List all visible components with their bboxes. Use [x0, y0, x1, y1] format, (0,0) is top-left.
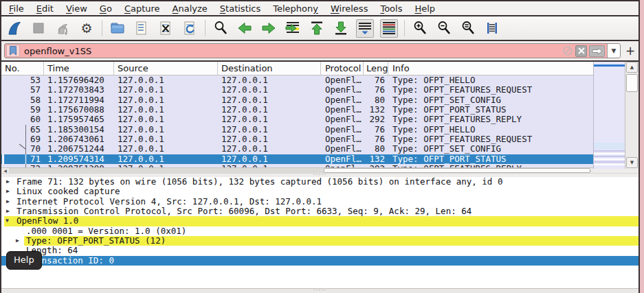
save-file-button[interactable]: [133, 19, 151, 38]
collapsed-arrow-icon[interactable]: ▶: [6, 197, 10, 207]
collapsed-arrow-icon[interactable]: ▶: [6, 207, 10, 216]
minimap-stripe: [594, 143, 625, 149]
detail-row-transaction-id[interactable]: Transaction ID: 0: [1, 256, 639, 266]
auto-scroll-toggle[interactable]: [356, 19, 374, 38]
detail-row-linux-cooked[interactable]: ▶Linux cooked capture: [1, 187, 639, 196]
background-window-strip: [640, 0, 644, 293]
window-border: [0, 0, 1, 293]
filter-toolbar: openflow_v1SS ▼ +: [1, 41, 639, 60]
packet-row[interactable]: 651.185300154127.0.0.1127.0.0.1OpenFl…76…: [1, 125, 593, 134]
column-header-destination[interactable]: Destination: [218, 62, 321, 75]
packet-row[interactable]: 701.206751244127.0.0.1127.0.0.1OpenFl…80…: [1, 144, 593, 154]
menu-bar: File Edit View Go Capture Analyze Statis…: [1, 1, 639, 15]
wireshark-window: File Edit View Go Capture Analyze Statis…: [0, 0, 640, 293]
minimap-stripe: [594, 156, 625, 157]
go-first-button[interactable]: [308, 19, 326, 38]
colorize-toggle[interactable]: [380, 19, 398, 38]
arrow-bottom-icon: [333, 20, 349, 36]
detail-row-openflow[interactable]: ▼OpenFlow 1.0: [1, 216, 639, 226]
highlight: [4, 216, 639, 226]
minimap-stripe: [594, 159, 625, 160]
file-close-icon: [157, 20, 174, 36]
detail-row-tcp[interactable]: ▶Transmission Control Protocol, Src Port…: [1, 207, 639, 216]
collapsed-arrow-icon[interactable]: ▶: [6, 187, 10, 196]
zoom-in-button[interactable]: [411, 19, 429, 38]
stop-capture-button[interactable]: [30, 19, 47, 38]
packet-minimap[interactable]: [593, 62, 625, 169]
reload-file-button[interactable]: [181, 19, 199, 38]
detail-row-version[interactable]: .000 0001 = Version: 1.0 (0x01): [1, 226, 639, 236]
detail-row-frame[interactable]: ▶Frame 71: 132 bytes on wire (1056 bits)…: [1, 177, 639, 187]
bottom-pane-splitter[interactable]: [0, 288, 640, 293]
filter-value[interactable]: openflow_v1SS: [20, 46, 562, 56]
clear-filter-button[interactable]: [575, 45, 587, 57]
detail-row-length[interactable]: Length: 64: [1, 246, 639, 255]
column-header-source[interactable]: Source: [114, 62, 218, 75]
packet-list-vscrollbar[interactable]: ▲ ▼: [625, 62, 639, 169]
menu-view[interactable]: View: [60, 3, 93, 14]
column-header-protocol[interactable]: Protocol: [321, 62, 364, 75]
menu-wireless[interactable]: Wireless: [324, 3, 374, 14]
filter-dropdown-button[interactable]: ▼: [607, 43, 620, 58]
column-header-time[interactable]: Time: [44, 62, 114, 75]
filter-bookmark-button[interactable]: [6, 45, 20, 57]
menu-capture[interactable]: Capture: [118, 3, 166, 14]
packet-row[interactable]: 691.206743061127.0.0.1127.0.0.1OpenFl…76…: [1, 134, 593, 144]
help-tooltip: Help: [6, 251, 42, 270]
capture-options-button[interactable]: ⚙: [78, 19, 96, 38]
resize-columns-icon: [484, 20, 500, 36]
packet-row[interactable]: 531.157696420127.0.0.1127.0.0.1OpenFl…76…: [1, 75, 593, 85]
gear-icon: ⚙: [80, 22, 92, 35]
packet-row-selected[interactable]: 711.209574314127.0.0.1127.0.0.1OpenFl…13…: [1, 154, 593, 164]
find-packet-button[interactable]: [212, 19, 230, 38]
minimap-stripe: [594, 150, 625, 152]
restart-capture-button[interactable]: [54, 19, 71, 38]
scroll-down-button[interactable]: ▼: [626, 157, 638, 168]
scroll-up-button[interactable]: ▲: [626, 62, 638, 73]
bookmark-icon: [9, 46, 17, 56]
zoom-reset-button[interactable]: [459, 19, 477, 38]
go-back-button[interactable]: [236, 19, 254, 38]
packet-row[interactable]: 601.175957465127.0.0.1127.0.0.1OpenFl…29…: [1, 115, 593, 124]
add-filter-button[interactable]: +: [624, 43, 636, 58]
menu-file[interactable]: File: [3, 3, 30, 14]
column-header-no[interactable]: No.: [1, 62, 44, 75]
start-capture-button[interactable]: [5, 19, 23, 38]
display-filter-input[interactable]: openflow_v1SS ▼: [4, 43, 621, 58]
detail-row-type[interactable]: ▶Type: OFPT_PORT_STATUS (12): [1, 236, 639, 246]
zoom-out-button[interactable]: [435, 19, 453, 38]
minimap-stripe: [594, 164, 625, 165]
packet-row[interactable]: 591.175670088127.0.0.1127.0.0.1OpenFl…13…: [1, 105, 593, 115]
colorize-icon: [381, 20, 397, 36]
scroll-left-button[interactable]: ◀: [1, 168, 9, 173]
expanded-arrow-icon[interactable]: ▼: [5, 216, 9, 226]
file-reload-icon: [181, 20, 198, 36]
menu-help[interactable]: Help: [408, 3, 441, 14]
column-header-length[interactable]: Length: [364, 62, 388, 75]
packet-row[interactable]: 581.172711994127.0.0.1127.0.0.1OpenFl…80…: [1, 95, 593, 105]
toolbar-separator: [205, 20, 206, 36]
collapsed-arrow-icon[interactable]: ▶: [16, 236, 19, 246]
packet-row[interactable]: 571.172703843127.0.0.1127.0.0.1OpenFl…76…: [1, 85, 593, 95]
packet-list-hscrollbar[interactable]: ◀ ▶: [1, 167, 593, 173]
menu-analyze[interactable]: Analyze: [166, 3, 214, 14]
column-header-info[interactable]: Info: [388, 62, 593, 75]
go-forward-button[interactable]: [260, 19, 278, 38]
hscroll-thumb[interactable]: [324, 168, 590, 173]
open-file-button[interactable]: [109, 19, 126, 38]
menu-go[interactable]: Go: [93, 3, 118, 14]
window-border: [0, 0, 640, 1]
menu-edit[interactable]: Edit: [30, 3, 60, 14]
detail-row-ip[interactable]: ▶Internet Protocol Version 4, Src: 127.0…: [1, 197, 639, 207]
menu-telephony[interactable]: Telephony: [267, 3, 324, 14]
folder-icon: [109, 20, 126, 36]
apply-filter-button[interactable]: [589, 45, 605, 57]
collapsed-arrow-icon[interactable]: ▶: [6, 177, 10, 187]
go-last-button[interactable]: [332, 19, 350, 38]
menu-tools[interactable]: Tools: [374, 3, 408, 14]
resize-columns-button[interactable]: [483, 19, 501, 38]
vscroll-thumb[interactable]: [626, 74, 638, 92]
close-file-button[interactable]: [157, 19, 175, 38]
menu-statistics[interactable]: Statistics: [214, 3, 267, 14]
go-to-packet-button[interactable]: [284, 19, 302, 38]
